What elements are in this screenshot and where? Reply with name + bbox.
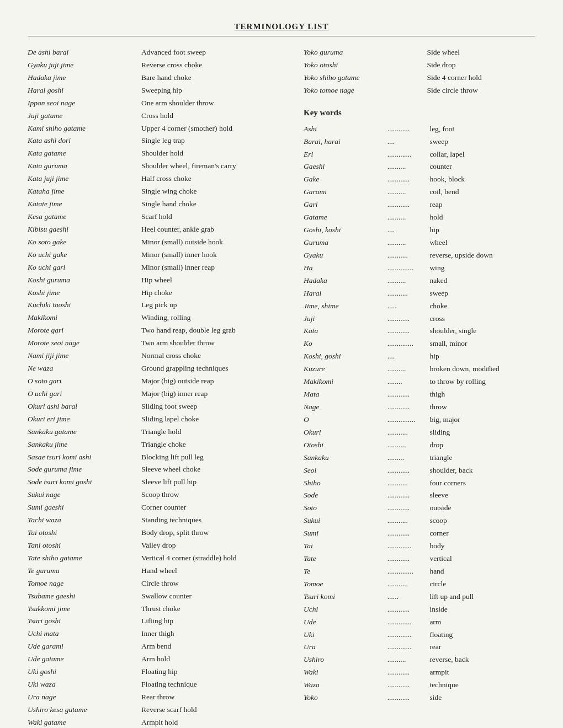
keyword-english: wheel — [429, 237, 535, 249]
keyword-dots: .... — [387, 224, 430, 237]
keyword-japanese: Otoshi — [304, 439, 387, 452]
term-japanese: Tsuri goshi — [28, 615, 141, 628]
keyword-english: hip — [429, 224, 535, 237]
keyword-english: rear — [429, 641, 535, 654]
term-japanese: Sode tsuri komi goshi — [28, 476, 141, 489]
term-japanese: Sode guruma jime — [28, 463, 141, 476]
term-japanese: Ura nage — [28, 691, 141, 704]
keyword-english: sweep — [429, 136, 535, 148]
list-item: Seoi............shoulder, back — [304, 464, 535, 477]
term-english: Bare hand choke — [141, 72, 293, 84]
keyword-dots: .............. — [387, 565, 430, 578]
keyword-japanese: Gari — [304, 199, 387, 211]
list-item: Otoshi..........drop — [304, 439, 535, 452]
term-english: Minor (small) inner hook — [141, 249, 293, 261]
term-japanese: Sankaku gatame — [28, 426, 141, 438]
keyword-dots: .... — [387, 136, 430, 148]
list-item: Eri.............collar, lapel — [304, 148, 535, 161]
list-item: Shiho...........four corners — [304, 477, 535, 490]
list-item: Tate............vertical — [304, 553, 535, 565]
list-item: Mata............thigh — [304, 388, 535, 401]
list-item: Harai goshiSweeping hip — [28, 84, 293, 97]
keyword-dots: .......... — [387, 160, 430, 173]
term-english: Reverse cross choke — [141, 59, 293, 72]
list-item: Koshi, goshi....hip — [304, 350, 535, 363]
term-english: Swallow counter — [141, 590, 293, 603]
list-item: Ko uchi gakeMinor (small) inner hook — [28, 249, 293, 261]
keyword-english: hip — [429, 350, 535, 363]
list-item: Ashi............leg, foot — [304, 123, 535, 136]
list-item: Ko uchi gariMinor (small) inner reap — [28, 261, 293, 274]
keyword-dots: ............... — [387, 414, 430, 426]
keyword-dots: ............ — [387, 388, 430, 401]
term-english: Cross hold — [141, 110, 293, 122]
keyword-japanese: Uchi — [304, 603, 387, 616]
list-item: Koshi gurumaHip wheel — [28, 274, 293, 287]
keyword-japanese: Barai, harai — [304, 136, 387, 148]
list-item: Tate shiho gatameVertical 4 corner (stra… — [28, 552, 293, 565]
title-divider — [28, 36, 535, 36]
list-item: Kuzure..........broken down, modified — [304, 363, 535, 376]
term-english: Side 4 corner hold — [427, 72, 535, 84]
keyword-english: circle — [429, 578, 535, 591]
term-japanese: Yoko tomoe nage — [304, 84, 427, 97]
term-japanese: Tsubame gaeshi — [28, 590, 141, 603]
list-item: Kata............shoulder, single — [304, 325, 535, 338]
keyword-english: side — [429, 692, 535, 704]
term-english: Hip choke — [141, 287, 293, 299]
term-japanese: Kesa gatame — [28, 211, 141, 223]
keyword-english: thigh — [429, 388, 535, 401]
list-item: Tsukkomi jimeThrust choke — [28, 603, 293, 615]
term-japanese: Ippon seoi nage — [28, 97, 141, 110]
keyword-japanese: Juji — [304, 313, 387, 325]
keyword-japanese: Ura — [304, 641, 387, 654]
keywords-table: Ashi............leg, footBarai, harai...… — [304, 123, 535, 704]
keyword-english: broken down, modified — [429, 363, 535, 376]
keyword-dots: .......... — [387, 439, 430, 452]
list-item: Morote gariTwo hand reap, double leg gra… — [28, 324, 293, 337]
list-item: Sukui...........scoop — [304, 515, 535, 527]
keyword-japanese: Makikomi — [304, 376, 387, 388]
term-english: Shoulder hold — [141, 147, 293, 160]
list-item: Kesa gatameScarf hold — [28, 211, 293, 223]
term-japanese: Tani otoshi — [28, 539, 141, 552]
keyword-english: leg, foot — [429, 123, 535, 136]
keyword-dots: ............. — [387, 540, 430, 553]
keyword-dots: ............. — [387, 148, 430, 161]
keyword-dots: ............ — [387, 325, 430, 338]
list-item: Sukui nageScoop throw — [28, 489, 293, 501]
keyword-dots: ........ — [387, 376, 430, 388]
list-item: Juji gatameCross hold — [28, 110, 293, 122]
term-japanese: Kibisu gaeshi — [28, 223, 141, 236]
list-item: O uchi gariMajor (big) inner reap — [28, 388, 293, 400]
term-english: Sleeve wheel choke — [141, 463, 293, 476]
list-item: Sumi gaeshiCorner counter — [28, 501, 293, 514]
list-item: Soto............outside — [304, 502, 535, 515]
keyword-dots: ............ — [387, 527, 430, 540]
keyword-english: body — [429, 540, 535, 553]
keyword-dots: .......... — [387, 654, 430, 666]
list-item: Uchi............inside — [304, 603, 535, 616]
keyword-english: big, major — [429, 414, 535, 426]
term-japanese: Sasae tsuri komi ashi — [28, 451, 141, 464]
list-item: Guruma..........wheel — [304, 237, 535, 249]
list-item: Ura.............rear — [304, 641, 535, 654]
list-item: Gatame..........hold — [304, 211, 535, 224]
term-japanese: Sukui nage — [28, 489, 141, 501]
keyword-dots: ............ — [387, 464, 430, 477]
list-item: Kami shiho gatameUpper 4 corner (smother… — [28, 122, 293, 135]
keyword-english: collar, lapel — [429, 148, 535, 161]
keyword-english: throw — [429, 401, 535, 414]
keyword-english: coil, bend — [429, 186, 535, 199]
list-item: Kata gatameShoulder hold — [28, 147, 293, 160]
content-area: De ashi baraiAdvanced foot sweepGyaku ju… — [28, 46, 535, 728]
list-item: Uki.............floating — [304, 629, 535, 641]
term-japanese: Kataha jime — [28, 185, 141, 198]
term-japanese: Morote seoi nage — [28, 337, 141, 350]
keyword-japanese: Eri — [304, 148, 387, 161]
term-english: Hand wheel — [141, 565, 293, 577]
keyword-japanese: Guruma — [304, 237, 387, 249]
term-english: Single leg trap — [141, 135, 293, 147]
keyword-english: triangle — [429, 452, 535, 464]
term-japanese: Ude garami — [28, 640, 141, 653]
